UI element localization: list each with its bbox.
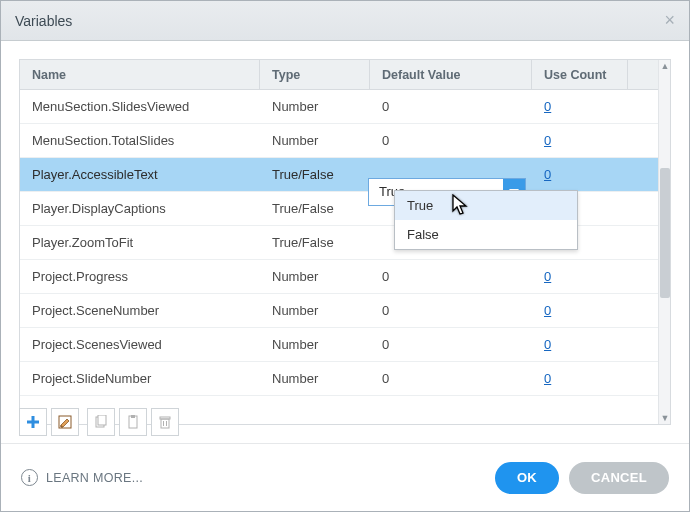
learn-more-label: LEARN MORE...: [46, 471, 143, 485]
cell-count: 0: [532, 99, 628, 114]
cell-name: Project.ScenesViewed: [20, 337, 260, 352]
grid-header: Name Type Default Value Use Count: [20, 60, 670, 90]
table-row[interactable]: Project.SceneNumber Number 0 0: [20, 294, 670, 328]
cell-type: True/False: [260, 201, 370, 216]
cell-count: 0: [532, 371, 628, 386]
table-row[interactable]: Project.Progress Number 0 0: [20, 260, 670, 294]
info-icon: i: [21, 469, 38, 486]
cell-name: Player.ZoomToFit: [20, 235, 260, 250]
svg-rect-6: [131, 415, 135, 418]
table-row[interactable]: Project.ScenesViewed Number 0 0: [20, 328, 670, 362]
cell-name: Player.DisplayCaptions: [20, 201, 260, 216]
close-icon[interactable]: ×: [664, 10, 675, 31]
add-variable-button[interactable]: [19, 408, 47, 436]
learn-more-link[interactable]: i LEARN MORE...: [21, 469, 143, 486]
table-row[interactable]: MenuSection.SlidesViewed Number 0 0: [20, 90, 670, 124]
svg-rect-7: [161, 419, 169, 428]
table-row[interactable]: MenuSection.TotalSlides Number 0 0: [20, 124, 670, 158]
grid-body-wrap: Name Type Default Value Use Count MenuSe…: [1, 41, 689, 443]
cell-default: 0: [370, 99, 532, 114]
use-count-link[interactable]: 0: [544, 99, 551, 114]
grid-rows: MenuSection.SlidesViewed Number 0 0 Menu…: [20, 90, 670, 396]
cell-default: 0: [370, 371, 532, 386]
cell-name: MenuSection.SlidesViewed: [20, 99, 260, 114]
dropdown-option-true[interactable]: True: [395, 191, 577, 220]
cell-type: Number: [260, 337, 370, 352]
cell-count: 0: [532, 337, 628, 352]
edit-variable-button[interactable]: [51, 408, 79, 436]
cell-name: MenuSection.TotalSlides: [20, 133, 260, 148]
svg-rect-1: [27, 421, 39, 424]
cell-type: True/False: [260, 235, 370, 250]
copy-button[interactable]: [87, 408, 115, 436]
use-count-link[interactable]: 0: [544, 133, 551, 148]
cell-name: Project.SlideNumber: [20, 371, 260, 386]
delete-button[interactable]: [151, 408, 179, 436]
col-type[interactable]: Type: [260, 60, 370, 89]
window-title: Variables: [15, 13, 72, 29]
cell-count: 0: [532, 269, 628, 284]
scroll-thumb[interactable]: [660, 168, 670, 298]
vertical-scrollbar[interactable]: ▲ ▼: [658, 60, 670, 424]
cell-type: Number: [260, 371, 370, 386]
col-count[interactable]: Use Count: [532, 60, 628, 89]
use-count-link[interactable]: 0: [544, 371, 551, 386]
scroll-up-icon[interactable]: ▲: [659, 60, 671, 72]
variables-grid: Name Type Default Value Use Count MenuSe…: [19, 59, 671, 425]
cell-name: Project.Progress: [20, 269, 260, 284]
grid-toolbar: [19, 408, 179, 436]
col-default[interactable]: Default Value: [370, 60, 532, 89]
svg-rect-4: [98, 415, 106, 425]
cell-default: 0: [370, 269, 532, 284]
cell-count: 0: [532, 167, 628, 182]
cell-name: Project.SceneNumber: [20, 303, 260, 318]
cell-type: Number: [260, 269, 370, 284]
cell-type: Number: [260, 133, 370, 148]
use-count-link[interactable]: 0: [544, 167, 551, 182]
use-count-link[interactable]: 0: [544, 303, 551, 318]
cancel-button[interactable]: CANCEL: [569, 462, 669, 494]
dropdown-menu[interactable]: True False: [394, 190, 578, 250]
cell-default: 0: [370, 303, 532, 318]
table-row[interactable]: Project.SlideNumber Number 0 0: [20, 362, 670, 396]
title-bar: Variables ×: [1, 1, 689, 41]
col-name[interactable]: Name: [20, 60, 260, 89]
table-row-selected[interactable]: Player.AccessibleText True/False True 0: [20, 158, 670, 192]
cell-type: True/False: [260, 167, 370, 182]
cell-default: 0: [370, 133, 532, 148]
cell-type: Number: [260, 99, 370, 114]
use-count-link[interactable]: 0: [544, 269, 551, 284]
cell-count: 0: [532, 133, 628, 148]
scroll-down-icon[interactable]: ▼: [659, 412, 671, 424]
cell-count: 0: [532, 303, 628, 318]
ok-button[interactable]: OK: [495, 462, 559, 494]
variables-dialog: Variables × Name Type Default Value Use …: [0, 0, 690, 512]
dropdown-option-false[interactable]: False: [395, 220, 577, 249]
cell-name: Player.AccessibleText: [20, 167, 260, 182]
cell-type: Number: [260, 303, 370, 318]
use-count-link[interactable]: 0: [544, 337, 551, 352]
svg-rect-8: [160, 417, 170, 419]
paste-button[interactable]: [119, 408, 147, 436]
cell-default: 0: [370, 337, 532, 352]
dialog-footer: i LEARN MORE... OK CANCEL: [1, 443, 689, 511]
